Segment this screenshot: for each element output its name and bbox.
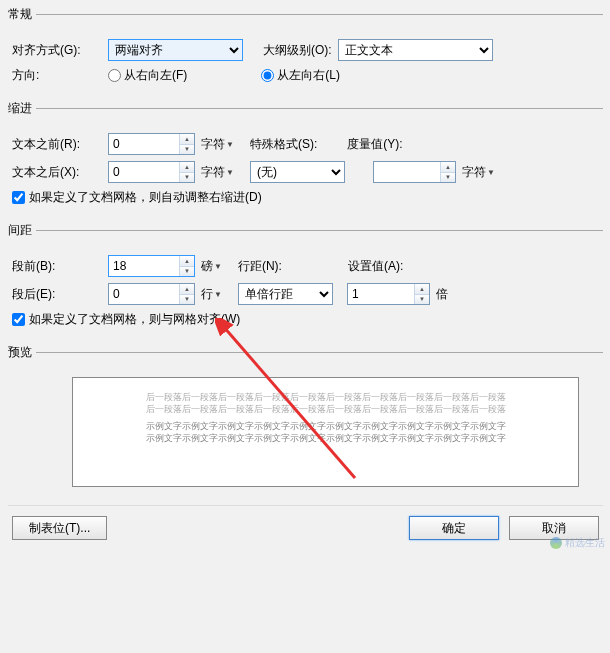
preview-line: 后一段落后一段落后一段落后一段落后一段落后一段落后一段落后一段落后一段落后一段落 (83, 404, 568, 416)
spacing-after-input[interactable] (109, 284, 179, 304)
preview-line: 示例文字示例文字示例文字示例文字示例文字示例文字示例文字示例文字示例文字示例文字 (83, 433, 568, 445)
indent-after-unit[interactable]: 字符▼ (201, 164, 234, 181)
chevron-up-icon[interactable]: ▲ (441, 162, 455, 173)
indent-after-spinner[interactable]: ▲▼ (108, 161, 195, 183)
measure-spinner[interactable]: ▲▼ (373, 161, 456, 183)
chevron-down-icon: ▼ (226, 140, 234, 149)
spacing-before-spinner[interactable]: ▲▼ (108, 255, 195, 277)
chevron-down-icon: ▼ (214, 290, 222, 299)
direction-rtl[interactable]: 从右向左(F) (108, 67, 187, 84)
measure-label: 度量值(Y): (347, 136, 402, 153)
align-select[interactable]: 两端对齐 (108, 39, 243, 61)
measure-unit[interactable]: 字符▼ (462, 164, 495, 181)
indent-before-spinner[interactable]: ▲▼ (108, 133, 195, 155)
preview-line: 示例文字示例文字示例文字示例文字示例文字示例文字示例文字示例文字示例文字示例文字 (83, 421, 568, 433)
direction-rtl-radio[interactable] (108, 69, 121, 82)
spacing-before-unit[interactable]: 磅▼ (201, 258, 222, 275)
outline-select[interactable]: 正文文本 (338, 39, 493, 61)
indent-before-unit[interactable]: 字符▼ (201, 136, 234, 153)
section-indent: 缩进 文本之前(R): ▲▼ 字符▼ 特殊格式(S): 度量值(Y): 文本之后… (8, 100, 603, 216)
spacing-after-spinner[interactable]: ▲▼ (108, 283, 195, 305)
indent-after-input[interactable] (109, 162, 179, 182)
align-label: 对齐方式(G): (12, 42, 102, 59)
direction-ltr[interactable]: 从左向右(L) (261, 67, 340, 84)
special-label: 特殊格式(S): (250, 136, 317, 153)
set-unit: 倍 (436, 286, 448, 303)
chevron-down-icon: ▼ (226, 168, 234, 177)
section-spacing: 间距 段前(B): ▲▼ 磅▼ 行距(N): 设置值(A): 段后(E): ▲▼… (8, 222, 603, 338)
section-preview-title: 预览 (8, 344, 36, 361)
special-select[interactable]: (无) (250, 161, 345, 183)
direction-ltr-radio[interactable] (261, 69, 274, 82)
indent-before-label: 文本之前(R): (12, 136, 102, 153)
spacing-before-input[interactable] (109, 256, 179, 276)
set-input[interactable] (348, 284, 414, 304)
set-label: 设置值(A): (348, 258, 403, 275)
paragraph-dialog: 常规 对齐方式(G): 两端对齐 大纲级别(O): 正文文本 方向: 从右向左(… (0, 6, 610, 554)
outline-label: 大纲级别(O): (263, 42, 332, 59)
chevron-up-icon[interactable]: ▲ (180, 162, 194, 173)
chevron-up-icon[interactable]: ▲ (180, 134, 194, 145)
chevron-down-icon[interactable]: ▼ (180, 267, 194, 277)
chevron-down-icon: ▼ (487, 168, 495, 177)
chevron-down-icon[interactable]: ▼ (180, 295, 194, 305)
line-select[interactable]: 单倍行距 (238, 283, 333, 305)
tabs-button[interactable]: 制表位(T)... (12, 516, 107, 540)
preview-box: 后一段落后一段落后一段落后一段落后一段落后一段落后一段落后一段落后一段落后一段落… (72, 377, 579, 487)
logo-icon (550, 537, 562, 549)
spacing-before-label: 段前(B): (12, 258, 102, 275)
section-general-title: 常规 (8, 6, 36, 23)
chevron-down-icon[interactable]: ▼ (180, 173, 194, 183)
measure-input[interactable] (374, 162, 440, 182)
button-bar: 制表位(T)... 确定 取消 (8, 505, 603, 546)
chevron-down-icon: ▼ (214, 262, 222, 271)
indent-grid-checkbox[interactable] (12, 191, 25, 204)
indent-before-input[interactable] (109, 134, 179, 154)
chevron-up-icon[interactable]: ▲ (180, 284, 194, 295)
ok-button[interactable]: 确定 (409, 516, 499, 540)
spacing-after-label: 段后(E): (12, 286, 102, 303)
section-general: 常规 对齐方式(G): 两端对齐 大纲级别(O): 正文文本 方向: 从右向左(… (8, 6, 603, 94)
set-spinner[interactable]: ▲▼ (347, 283, 430, 305)
indent-grid-checkbox-label[interactable]: 如果定义了文档网格，则自动调整右缩进(D) (12, 189, 262, 206)
chevron-down-icon[interactable]: ▼ (180, 145, 194, 155)
preview-line: 后一段落后一段落后一段落后一段落后一段落后一段落后一段落后一段落后一段落后一段落 (83, 392, 568, 404)
chevron-up-icon[interactable]: ▲ (415, 284, 429, 295)
direction-label: 方向: (12, 67, 102, 84)
indent-after-label: 文本之后(X): (12, 164, 102, 181)
spacing-grid-checkbox-label[interactable]: 如果定义了文档网格，则与网格对齐(W) (12, 311, 240, 328)
watermark: 精选生活 (550, 536, 605, 550)
spacing-grid-checkbox[interactable] (12, 313, 25, 326)
chevron-up-icon[interactable]: ▲ (180, 256, 194, 267)
section-indent-title: 缩进 (8, 100, 36, 117)
spacing-after-unit[interactable]: 行▼ (201, 286, 222, 303)
section-preview: 预览 后一段落后一段落后一段落后一段落后一段落后一段落后一段落后一段落后一段落后… (8, 344, 603, 501)
chevron-down-icon[interactable]: ▼ (441, 173, 455, 183)
section-spacing-title: 间距 (8, 222, 36, 239)
line-label: 行距(N): (238, 258, 308, 275)
chevron-down-icon[interactable]: ▼ (415, 295, 429, 305)
